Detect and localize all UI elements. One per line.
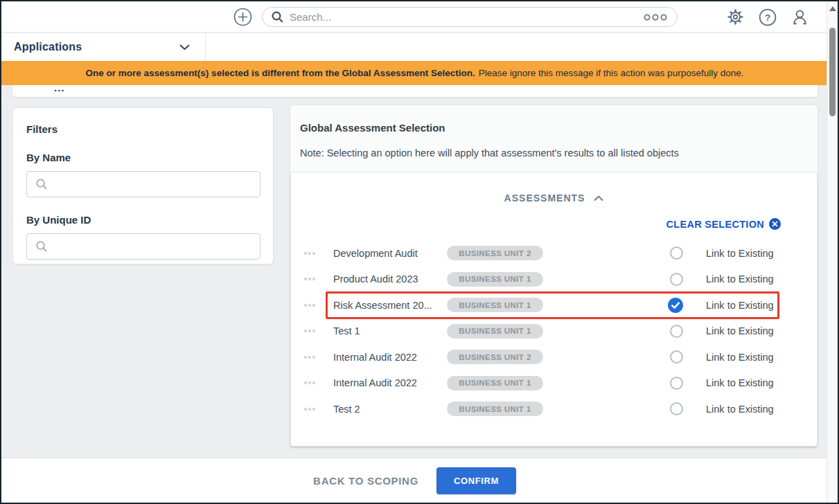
link-label: Link to Existing <box>706 325 779 336</box>
clear-selection-button[interactable]: CLEAR SELECTION <box>291 218 817 230</box>
global-search[interactable] <box>262 7 678 27</box>
scroll-up-arrow[interactable] <box>829 6 836 11</box>
business-unit-badge: BUSINESS UNIT 1 <box>447 272 543 287</box>
user-button[interactable] <box>791 8 809 26</box>
link-radio[interactable] <box>670 246 683 260</box>
help-button[interactable]: ? <box>759 8 777 26</box>
business-unit-badge: BUSINESS UNIT 2 <box>447 350 543 364</box>
by-name-input[interactable] <box>54 179 253 190</box>
confirm-button[interactable]: CONFIRM <box>436 467 516 494</box>
back-to-scoping-button[interactable]: BACK TO SCOPING <box>313 475 418 487</box>
by-unique-id-label: By Unique ID <box>26 214 260 226</box>
assessment-name: Risk Assessment 20... <box>333 300 447 311</box>
link-label: Link to Existing <box>706 273 779 285</box>
business-unit-badge: BUSINESS UNIT 2 <box>447 246 543 260</box>
user-icon <box>791 8 809 26</box>
global-assessment-panel: Global Assessment Selection Note: Select… <box>290 105 818 447</box>
top-bar: ? <box>1 1 827 33</box>
search-icon <box>35 240 48 253</box>
by-name-label: By Name <box>26 152 260 163</box>
assessment-row[interactable]: Risk Assessment 20... BUSINESS UNIT 1 Li… <box>291 292 817 318</box>
business-unit-badge: BUSINESS UNIT 1 <box>447 376 543 390</box>
panel-note: Note: Selecting an option here will appl… <box>300 147 679 159</box>
assessments-section-toggle[interactable]: ASSESSMENTS <box>291 172 817 204</box>
scrolled-card-remnant: ... <box>12 85 818 97</box>
assessment-name: Test 2 <box>333 404 447 415</box>
by-name-field[interactable] <box>26 171 260 197</box>
clear-selection-label: CLEAR SELECTION <box>666 219 764 230</box>
link-label: Link to Existing <box>706 352 779 363</box>
business-unit-badge: BUSINESS UNIT 1 <box>447 324 543 339</box>
assessments-section-label: ASSESSMENTS <box>504 192 585 204</box>
applications-dropdown[interactable]: Applications <box>1 33 206 61</box>
scrollbar-thumb[interactable] <box>829 28 836 116</box>
assessment-row[interactable]: Internal Audit 2022 BUSINESS UNIT 2 Link… <box>291 344 817 370</box>
search-icon <box>35 178 48 190</box>
by-unique-id-input[interactable] <box>54 241 253 252</box>
search-icon <box>271 10 284 24</box>
link-radio[interactable] <box>670 350 683 363</box>
drag-handle-icon[interactable] <box>304 356 317 359</box>
applications-bar: Applications <box>1 33 827 61</box>
chevron-up-icon <box>594 195 603 201</box>
drag-handle-icon[interactable] <box>304 381 317 384</box>
filters-title: Filters <box>26 123 260 135</box>
help-icon: ? <box>759 8 777 26</box>
search-input[interactable] <box>290 11 644 23</box>
drag-handle-icon[interactable] <box>304 304 317 307</box>
drag-handle-icon[interactable] <box>304 252 317 255</box>
assessment-row[interactable]: Test 1 BUSINESS UNIT 1 Link to Existing <box>291 318 817 345</box>
chevron-down-icon <box>179 44 190 51</box>
truncated-text-ellipsis: ... <box>54 82 65 93</box>
assessment-row[interactable]: Internal Audit 2022 BUSINESS UNIT 1 Link… <box>291 370 817 397</box>
filters-panel: Filters By Name By Unique ID <box>12 107 274 264</box>
business-unit-badge: BUSINESS UNIT 1 <box>447 402 543 416</box>
assessment-row[interactable]: Test 2 BUSINESS UNIT 1 Link to Existing <box>291 396 817 422</box>
panel-title: Global Assessment Selection <box>300 122 445 134</box>
link-radio-checked[interactable] <box>668 298 683 313</box>
check-circle-icon <box>668 298 683 313</box>
svg-text:?: ? <box>765 12 770 23</box>
by-unique-id-field[interactable] <box>26 233 260 260</box>
link-label: Link to Existing <box>706 300 779 311</box>
warning-banner: One or more assessment(s) selected is di… <box>1 61 828 85</box>
assessment-name: Test 1 <box>333 325 447 336</box>
assessment-row[interactable]: Development Audit BUSINESS UNIT 2 Link t… <box>291 240 817 267</box>
drag-handle-icon[interactable] <box>304 330 317 332</box>
assessment-row[interactable]: Product Audit 2023 BUSINESS UNIT 1 Link … <box>291 267 817 293</box>
warning-bold-text: One or more assessment(s) selected is di… <box>86 68 475 78</box>
link-label: Link to Existing <box>706 377 779 388</box>
assessments-card: ASSESSMENTS CLEAR SELECTION Development … <box>290 172 818 447</box>
applications-label: Applications <box>14 41 82 53</box>
more-options-icon[interactable] <box>644 13 667 21</box>
link-radio[interactable] <box>670 273 683 286</box>
footer-bar: BACK TO SCOPING CONFIRM <box>1 458 828 503</box>
gear-icon <box>727 8 744 26</box>
assessment-name: Product Audit 2023 <box>333 273 447 285</box>
business-unit-badge: BUSINESS UNIT 1 <box>447 298 543 312</box>
assessment-name: Internal Audit 2022 <box>333 377 447 388</box>
assessment-name: Internal Audit 2022 <box>333 352 447 363</box>
assessment-name: Development Audit <box>333 248 447 259</box>
drag-handle-icon[interactable] <box>304 278 317 280</box>
link-label: Link to Existing <box>706 404 779 415</box>
app-window: ? Applications One or more assessment(s)… <box>0 0 839 504</box>
warning-normal-text: Please ignore this message if this actio… <box>479 68 744 78</box>
link-label: Link to Existing <box>706 248 779 259</box>
add-button[interactable] <box>233 8 252 26</box>
assessment-rows: Development Audit BUSINESS UNIT 2 Link t… <box>291 240 817 422</box>
clear-circle-icon <box>769 218 781 230</box>
link-radio[interactable] <box>670 377 683 390</box>
drag-handle-icon[interactable] <box>304 408 317 411</box>
link-radio[interactable] <box>670 402 683 415</box>
scrollbar[interactable] <box>827 1 838 503</box>
link-radio[interactable] <box>670 325 683 338</box>
plus-circle-icon <box>233 8 252 26</box>
settings-button[interactable] <box>727 8 744 26</box>
